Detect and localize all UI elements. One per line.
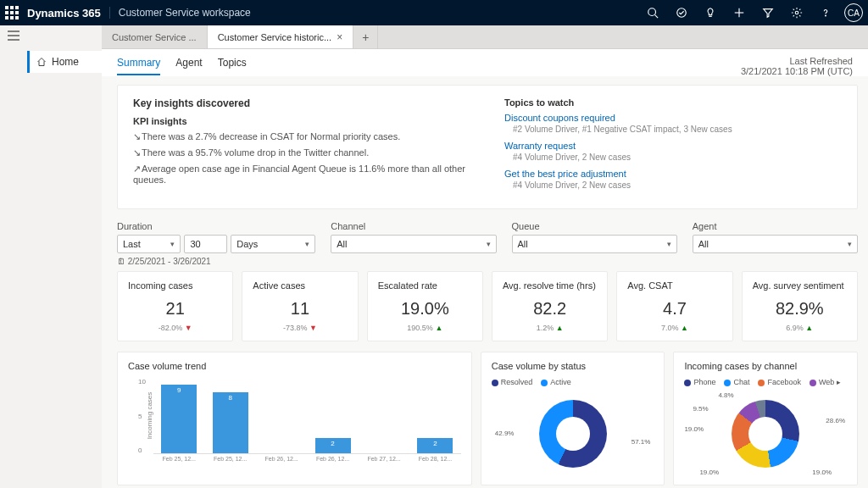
- lightbulb-icon[interactable]: [700, 3, 721, 23]
- kpi-value: 4.7: [627, 299, 721, 319]
- insights-card: Key insights discovered KPI insights ↘Th…: [117, 85, 858, 209]
- queue-select[interactable]: All▾: [512, 235, 677, 253]
- slice-label: 42.9%: [495, 430, 515, 437]
- chart-row-1: Case volume trend Incoming cases 1050 98…: [117, 352, 858, 485]
- svg-point-0: [648, 8, 656, 16]
- main: Customer Service ... Customer Service hi…: [102, 25, 868, 488]
- bar: 2: [417, 438, 453, 453]
- kpi-title: Active cases: [253, 280, 347, 291]
- slice-label: 28.6%: [826, 417, 845, 424]
- sub-tabs: Summary Agent Topics: [117, 57, 247, 75]
- kpi-avg-sentiment: Avg. survey sentiment 82.9% 6.9% ▲: [742, 271, 858, 341]
- tab-label: Customer Service ...: [112, 32, 197, 42]
- app-launcher-icon[interactable]: [5, 6, 19, 19]
- chevron-down-icon: ▾: [487, 240, 491, 248]
- kpi-insights-title: KPI insights: [133, 116, 470, 126]
- top-bar-left: Dynamics 365 Customer Service workspace: [5, 6, 251, 19]
- legend-dot-icon: [684, 380, 691, 386]
- search-icon[interactable]: [643, 3, 663, 23]
- insights-kpi-col: Key insights discovered KPI insights ↘Th…: [133, 97, 470, 197]
- subtab-agent[interactable]: Agent: [175, 57, 202, 75]
- top-bar-right: CA: [643, 3, 863, 23]
- svg-point-2: [677, 8, 687, 18]
- filter-channel: Channel All▾: [331, 221, 496, 266]
- topic-link-3[interactable]: Get the best price adjustment: [504, 169, 842, 179]
- help-icon[interactable]: [815, 3, 836, 23]
- task-icon[interactable]: [671, 3, 692, 23]
- chevron-down-icon: ▾: [667, 240, 671, 248]
- kpi-title: Incoming cases: [128, 280, 222, 291]
- trend-down-icon: ▼: [185, 324, 192, 332]
- user-avatar[interactable]: CA: [844, 3, 863, 22]
- chevron-down-icon: ▾: [848, 240, 852, 248]
- chart-case-volume-status: Case volume by status Resolved Active 57…: [481, 352, 665, 485]
- donut: [539, 400, 607, 468]
- content-scroll[interactable]: Key insights discovered KPI insights ↘Th…: [102, 76, 868, 488]
- sidebar: Home: [27, 25, 102, 488]
- slice-label: 19.0%: [684, 425, 704, 433]
- trend-up-icon: ▲: [805, 324, 813, 332]
- kpi-delta: -82.0% ▼: [128, 324, 222, 332]
- topic-link-1[interactable]: Discount coupons required: [504, 113, 842, 123]
- legend-dot-icon: [724, 380, 731, 386]
- kpi-value: 82.2: [503, 299, 597, 319]
- topic-link-2[interactable]: Warranty request: [504, 141, 842, 151]
- kpi-delta: 7.0% ▲: [627, 324, 721, 332]
- kpi-escalated-rate: Escalated rate 19.0% 190.5% ▲: [367, 271, 483, 341]
- date-range-label: 2/25/2021 - 3/26/2021: [117, 257, 315, 266]
- filter-label: Queue: [512, 221, 677, 231]
- filter-icon[interactable]: [758, 3, 778, 23]
- legend-dot-icon: [758, 380, 765, 386]
- refresh-value: 3/21/2021 10:18 PM (UTC): [741, 66, 853, 76]
- settings-icon[interactable]: [787, 3, 807, 23]
- kpi-delta: 6.9% ▲: [753, 324, 847, 332]
- duration-mode-select[interactable]: Last▾: [117, 235, 181, 253]
- slice-label: 57.1%: [632, 438, 651, 446]
- filter-agent: Agent All▾: [693, 221, 858, 266]
- kpi-avg-resolve-time: Avg. resolve time (hrs) 82.2 1.2% ▲: [492, 271, 608, 341]
- y-axis-label: Incoming cases: [146, 392, 153, 440]
- tab-historic-analytics[interactable]: Customer Service historic... ×: [208, 25, 354, 48]
- kpi-insight-1: ↘There was a 2.7% decrease in CSAT for N…: [133, 131, 470, 142]
- subtab-summary[interactable]: Summary: [117, 57, 160, 75]
- tab-add[interactable]: [353, 25, 378, 48]
- kpi-title: Escalated rate: [378, 280, 472, 291]
- subtab-topics[interactable]: Topics: [218, 57, 247, 75]
- chart-title: Case volume by status: [492, 361, 654, 371]
- kpi-title: Avg. survey sentiment: [753, 280, 847, 291]
- tab-customer-service[interactable]: Customer Service ...: [102, 25, 208, 48]
- close-icon[interactable]: ×: [337, 31, 342, 43]
- duration-unit-select[interactable]: Days▾: [231, 235, 315, 253]
- x-labels: Feb 25, 12...Feb 25, 12...Feb 26, 12...F…: [153, 456, 461, 462]
- svg-point-6: [795, 11, 798, 14]
- bar: 2: [315, 438, 351, 453]
- y-ticks: 1050: [138, 378, 146, 454]
- svg-point-7: [826, 15, 826, 16]
- kpi-active-cases: Active cases 11 -73.8% ▼: [242, 271, 358, 341]
- svg-line-1: [655, 15, 659, 19]
- filter-label: Agent: [693, 221, 858, 231]
- home-icon: [36, 57, 47, 67]
- hamburger-column: [0, 25, 27, 488]
- bar-chart: Incoming cases 1050 9822 Feb 25, 12...Fe…: [128, 378, 461, 471]
- duration-number-input[interactable]: 30: [184, 235, 227, 253]
- chart-case-volume-trend: Case volume trend Incoming cases 1050 98…: [117, 352, 472, 485]
- add-icon[interactable]: [729, 3, 749, 23]
- filter-row: Duration Last▾ 30 Days▾ 2/25/2021 - 3/26…: [117, 221, 858, 266]
- slice-label: 4.8%: [718, 391, 733, 399]
- donut: [732, 400, 799, 468]
- slice-label: 9.5%: [693, 405, 708, 413]
- chevron-down-icon: ▾: [170, 240, 175, 248]
- sub-header: Summary Agent Topics Last Refreshed 3/21…: [102, 49, 868, 76]
- insights-title: Key insights discovered: [133, 97, 470, 109]
- kpi-incoming-cases: Incoming cases 21 -82.0% ▼: [117, 271, 233, 341]
- hamburger-icon[interactable]: [8, 30, 19, 43]
- channel-select[interactable]: All▾: [331, 235, 496, 253]
- shell: Home Customer Service ... Customer Servi…: [0, 25, 868, 488]
- kpi-row: Incoming cases 21 -82.0% ▼ Active cases …: [117, 271, 858, 341]
- sidebar-item-home[interactable]: Home: [27, 51, 102, 73]
- refresh-label: Last Refreshed: [741, 56, 853, 66]
- kpi-delta: -73.8% ▼: [253, 324, 347, 332]
- agent-select[interactable]: All▾: [693, 235, 858, 253]
- kpi-delta: 1.2% ▲: [503, 324, 597, 332]
